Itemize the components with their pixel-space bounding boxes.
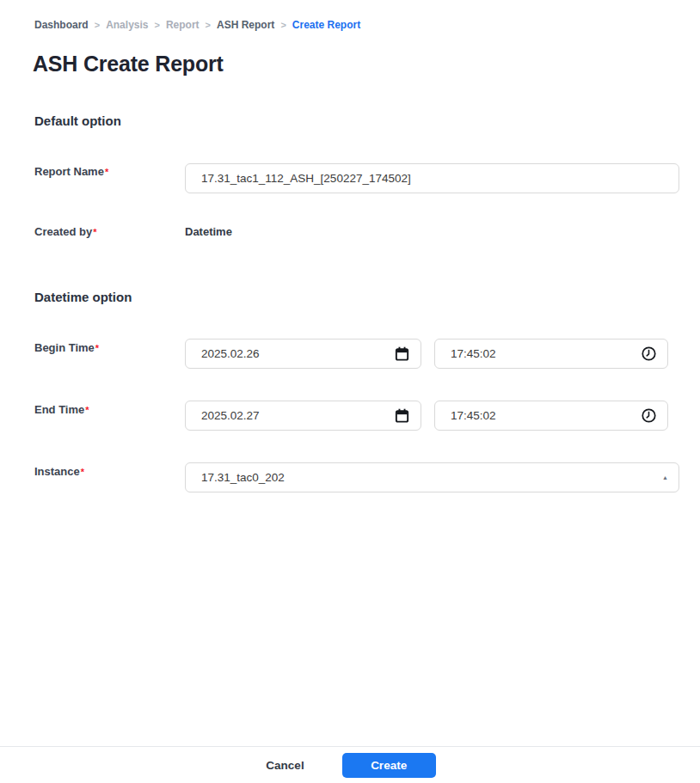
begin-time-field[interactable]: 17:45:02 (434, 339, 668, 369)
breadcrumb-separator: > (280, 20, 286, 30)
create-report-page: Dashboard > Analysis > Report > ASH Repo… (0, 0, 700, 783)
end-date-value[interactable]: 2025.02.27 (201, 409, 394, 422)
required-asterisk: * (105, 167, 108, 177)
required-asterisk: * (95, 343, 99, 353)
required-asterisk: * (81, 467, 84, 477)
breadcrumb-item-create-report[interactable]: Create Report (292, 19, 360, 31)
calendar-icon[interactable] (394, 407, 410, 424)
breadcrumb-item-dashboard[interactable]: Dashboard (34, 19, 89, 31)
begin-time-label-text: Begin Time (34, 341, 95, 354)
clock-icon[interactable] (641, 346, 657, 362)
breadcrumb-separator: > (95, 20, 100, 30)
report-name-label: Report Name* (34, 163, 108, 180)
instance-select[interactable]: 17.31_tac0_202 ▲ (185, 462, 679, 492)
caret-up-icon[interactable]: ▲ (662, 474, 668, 480)
end-time-label-text: End Time (34, 403, 84, 416)
created-by-label: Created by* (34, 223, 96, 241)
instance-label: Instance* (34, 463, 84, 480)
breadcrumb-item-ash-report[interactable]: ASH Report (217, 19, 274, 31)
end-time-field[interactable]: 17:45:02 (434, 401, 668, 431)
section-title-datetime-option: Datetime option (34, 290, 132, 304)
required-asterisk: * (85, 405, 89, 415)
report-name-input[interactable] (185, 163, 679, 193)
cancel-button[interactable]: Cancel (264, 754, 305, 777)
breadcrumb-separator: > (206, 20, 211, 30)
page-title: ASH Create Report (33, 52, 224, 76)
begin-time-value[interactable]: 17:45:02 (451, 347, 641, 360)
end-date-field[interactable]: 2025.02.27 (185, 401, 421, 431)
created-by-label-text: Created by (34, 225, 92, 238)
begin-date-value[interactable]: 2025.02.26 (201, 347, 394, 360)
instance-selected-value[interactable]: 17.31_tac0_202 (201, 471, 662, 484)
instance-label-text: Instance (34, 465, 80, 478)
report-name-label-text: Report Name (34, 165, 104, 178)
breadcrumb-item-analysis[interactable]: Analysis (106, 19, 148, 31)
breadcrumb-item-report[interactable]: Report (166, 19, 200, 31)
calendar-icon[interactable] (394, 346, 410, 362)
footer-action-bar: Cancel Create (0, 746, 700, 783)
clock-icon[interactable] (641, 407, 657, 424)
create-button[interactable]: Create (342, 753, 436, 778)
breadcrumb: Dashboard > Analysis > Report > ASH Repo… (34, 19, 360, 31)
end-time-value[interactable]: 17:45:02 (451, 409, 641, 422)
created-by-value: Datetime (185, 223, 232, 241)
breadcrumb-separator: > (154, 20, 159, 30)
required-asterisk: * (93, 227, 96, 237)
section-title-default-option: Default option (34, 113, 121, 128)
end-time-label: End Time* (34, 401, 89, 419)
begin-time-label: Begin Time* (34, 340, 99, 357)
begin-date-field[interactable]: 2025.02.26 (185, 339, 421, 369)
